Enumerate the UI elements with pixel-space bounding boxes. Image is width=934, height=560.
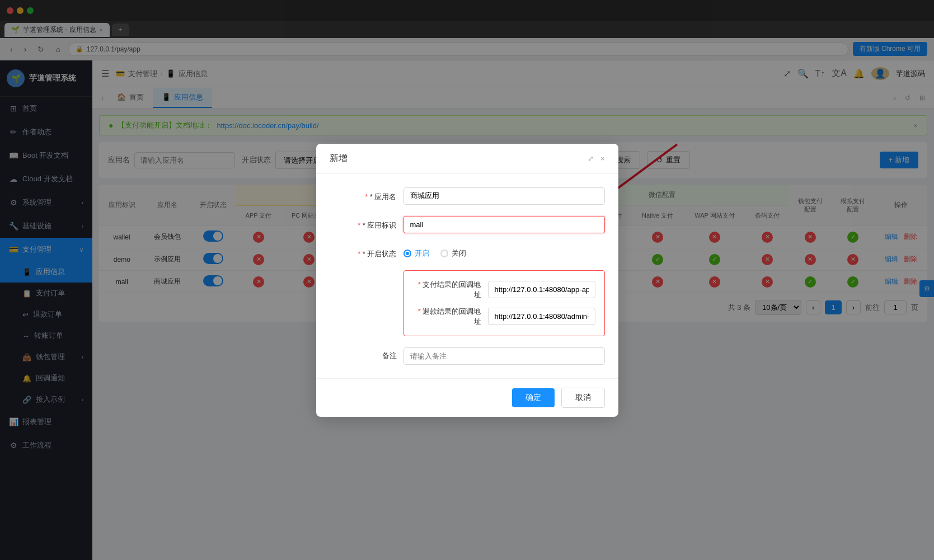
- modal-cancel-btn[interactable]: 取消: [561, 388, 605, 408]
- status-close-radio[interactable]: 关闭: [440, 248, 466, 258]
- remark-label: 备注: [330, 351, 397, 361]
- payment-callback-label: * 支付结果的回调地址: [413, 280, 481, 300]
- payment-callback-input[interactable]: [488, 281, 595, 298]
- modal-title: 新增: [330, 153, 348, 164]
- app-id-label-text: * 应用标识: [363, 221, 397, 229]
- callback-form-control: * 支付结果的回调地址 * 退款结果的回调地址: [403, 270, 605, 336]
- form-row-callbacks: * 支付结果的回调地址 * 退款结果的回调地址: [330, 270, 605, 336]
- status-form-label: * * 开启状态: [330, 244, 397, 259]
- refund-callback-input[interactable]: [488, 308, 595, 325]
- modal-expand-icon[interactable]: ⤢: [588, 154, 594, 163]
- refund-callback-row: * 退款结果的回调地址: [413, 307, 595, 327]
- status-form-control: 开启 关闭: [403, 244, 605, 258]
- radio-open-circle: [403, 250, 411, 257]
- radio-close-circle: [440, 250, 448, 257]
- app-id-form-label: * * 应用标识: [330, 216, 397, 230]
- app-id-form-control: [403, 216, 605, 233]
- payment-callback-row: * 支付结果的回调地址: [413, 280, 595, 300]
- form-row-app-id: * * 应用标识: [330, 216, 605, 233]
- modal-close-icon[interactable]: ×: [600, 154, 605, 163]
- status-label-text: * 开启状态: [363, 250, 397, 258]
- status-close-label: 关闭: [452, 248, 466, 258]
- modal-header-actions: ⤢ ×: [588, 154, 605, 163]
- required-star: *: [365, 192, 368, 201]
- modal-app-id-input[interactable]: [403, 216, 605, 233]
- form-row-status: * * 开启状态 开启 关闭: [330, 244, 605, 259]
- required-star-status: *: [358, 250, 360, 258]
- modal-confirm-btn[interactable]: 确定: [512, 388, 555, 407]
- callback-spacer: [330, 270, 397, 277]
- modal-dialog: 新增 ⤢ × * * 应用名 * * 应用标识: [316, 144, 618, 417]
- required-star-id: *: [358, 221, 360, 229]
- modal-app-name-input[interactable]: [403, 187, 605, 205]
- app-name-form-label: * * 应用名: [330, 187, 397, 202]
- status-radio-group: 开启 关闭: [403, 244, 605, 258]
- modal-body: * * 应用名 * * 应用标识 *: [316, 174, 618, 378]
- status-open-radio[interactable]: 开启: [403, 248, 429, 258]
- modal-overlay[interactable]: 新增 ⤢ × * * 应用名 * * 应用标识: [0, 0, 934, 560]
- remark-row: 备注: [330, 347, 605, 365]
- form-row-app-name: * * 应用名: [330, 187, 605, 205]
- callback-section: * 支付结果的回调地址 * 退款结果的回调地址: [403, 270, 605, 336]
- app-name-form-control: [403, 187, 605, 205]
- modal-header: 新增 ⤢ ×: [316, 144, 618, 174]
- modal-footer: 确定 取消: [316, 378, 618, 417]
- app-name-label-text: * 应用名: [370, 192, 397, 201]
- refund-callback-label: * 退款结果的回调地址: [413, 307, 481, 327]
- req-star-payment: *: [418, 280, 421, 289]
- remark-input[interactable]: [403, 347, 605, 365]
- req-star-refund: *: [418, 307, 421, 316]
- status-open-label: 开启: [415, 248, 429, 258]
